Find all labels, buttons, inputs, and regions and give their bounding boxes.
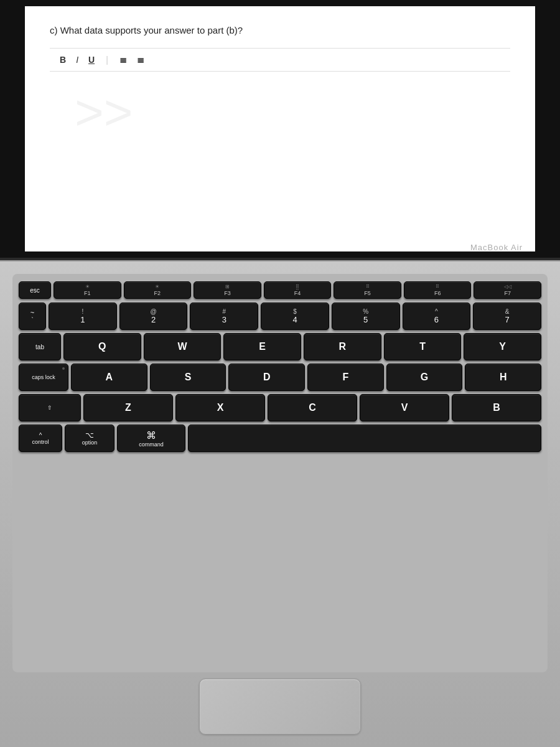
zxcv-row: ⇧ Z X C V B (19, 394, 541, 421)
key-3[interactable]: # 3 (190, 303, 258, 330)
f7-icon: ◁◁ (504, 284, 511, 289)
2-label: 2 (151, 316, 156, 324)
command-icon: ⌘ (146, 430, 156, 441)
function-row: esc ☀ F1 ☀ F2 ⊞ F3 ⣿ F4 (19, 281, 541, 299)
f5-icon: ⠿ (366, 284, 370, 289)
a-label: A (106, 372, 113, 383)
macbook-air-label: MacBook Air (470, 243, 523, 252)
key-a[interactable]: A (71, 364, 147, 391)
dollar-label: $ (293, 309, 297, 315)
f2-icon: ☀ (155, 284, 159, 289)
e-label: E (259, 341, 266, 352)
key-g[interactable]: G (386, 364, 463, 391)
key-r[interactable]: R (304, 333, 381, 360)
x-label: X (217, 402, 224, 413)
trackpad[interactable] (199, 679, 361, 735)
key-f6[interactable]: ⠿ F6 (404, 281, 472, 299)
key-shift-left[interactable]: ⇧ (19, 394, 81, 421)
key-q[interactable]: Q (63, 333, 141, 360)
f3-icon: ⊞ (225, 284, 230, 289)
shift-left-label: ⇧ (47, 405, 52, 411)
key-1[interactable]: ! 1 (49, 303, 117, 330)
key-y[interactable]: Y (464, 333, 541, 360)
f6-label: F6 (434, 290, 441, 296)
f6-icon: ⠿ (436, 284, 439, 289)
key-x[interactable]: X (175, 394, 265, 421)
key-tab[interactable]: tab (19, 333, 61, 360)
caps-lock-label: caps lock (32, 374, 55, 380)
key-2[interactable]: @ 2 (119, 303, 188, 330)
control-icon: ^ (39, 432, 42, 439)
key-f1[interactable]: ☀ F1 (54, 281, 121, 299)
at-label: @ (151, 309, 157, 315)
c-label: C (309, 402, 316, 413)
w-label: W (177, 341, 187, 352)
f4-label: F4 (294, 290, 301, 296)
screen-outer: c) What data supports your answer to par… (0, 0, 560, 261)
key-esc[interactable]: esc (19, 281, 51, 299)
watermark: >> (75, 84, 133, 141)
key-option[interactable]: ⌥ option (65, 425, 114, 452)
h-label: H (500, 372, 507, 383)
5-label: 5 (363, 316, 368, 324)
f2-label: F2 (154, 290, 161, 296)
key-e[interactable]: E (223, 333, 301, 360)
key-7[interactable]: & 7 (473, 303, 541, 330)
f1-label: F1 (84, 290, 91, 296)
key-space[interactable] (188, 425, 541, 452)
t-label: T (419, 341, 426, 352)
key-w[interactable]: W (144, 333, 222, 360)
hash-label: # (223, 309, 226, 315)
z-label: Z (125, 402, 131, 413)
screen-content: c) What data supports your answer to par… (25, 6, 535, 251)
6-label: 6 (434, 316, 439, 324)
option-icon: ⌥ (85, 431, 94, 439)
text-editor-area[interactable]: >> (50, 72, 510, 171)
esc-label: esc (30, 287, 40, 294)
tilde-label: ~ (30, 309, 34, 316)
command-label: command (139, 441, 164, 448)
key-f7[interactable]: ◁◁ F7 (474, 281, 541, 299)
keyboard-area: esc ☀ F1 ☀ F2 ⊞ F3 ⣿ F4 (12, 274, 548, 672)
key-f5[interactable]: ⠿ F5 (334, 281, 401, 299)
key-caps-lock[interactable]: caps lock (19, 364, 68, 391)
f3-label: F3 (224, 290, 231, 296)
key-f3[interactable]: ⊞ F3 (194, 281, 261, 299)
question-text: c) What data supports your answer to par… (50, 25, 510, 35)
key-control[interactable]: ^ control (19, 425, 62, 452)
key-b[interactable]: B (452, 394, 541, 421)
f4-icon: ⣿ (296, 284, 299, 289)
key-h[interactable]: H (465, 364, 541, 391)
qwerty-row: tab Q W E R T Y (19, 333, 541, 360)
key-c[interactable]: C (268, 394, 357, 421)
y-label: Y (499, 341, 506, 352)
7-label: 7 (505, 316, 510, 324)
v-label: V (401, 402, 408, 413)
f7-label: F7 (505, 290, 511, 296)
laptop-body: c) What data supports your answer to par… (0, 0, 560, 747)
divider-1: | (103, 54, 111, 66)
keyboard-chassis: esc ☀ F1 ☀ F2 ⊞ F3 ⣿ F4 (0, 260, 560, 747)
key-f[interactable]: F (307, 364, 384, 391)
ordered-list-button[interactable]: ≣ (117, 54, 129, 66)
key-4[interactable]: $ 4 (261, 303, 329, 330)
g-label: G (421, 372, 428, 383)
key-d[interactable]: D (228, 364, 305, 391)
underline-button[interactable]: U (86, 54, 97, 66)
key-s[interactable]: S (150, 364, 226, 391)
key-backtick[interactable]: ~ ` (19, 303, 46, 330)
key-t[interactable]: T (384, 333, 462, 360)
key-command[interactable]: ⌘ command (117, 425, 185, 452)
unordered-list-button[interactable]: ≣ (134, 54, 147, 66)
key-z[interactable]: Z (83, 394, 173, 421)
f1-icon: ☀ (85, 284, 90, 289)
bold-button[interactable]: B (57, 54, 68, 66)
key-f4[interactable]: ⣿ F4 (264, 281, 332, 299)
italic-button[interactable]: I (73, 54, 81, 66)
key-5[interactable]: % 5 (332, 303, 400, 330)
key-f2[interactable]: ☀ F2 (124, 281, 192, 299)
question-area: c) What data supports your answer to par… (25, 6, 535, 184)
key-6[interactable]: ^ 6 (403, 303, 471, 330)
asdf-row: caps lock A S D F G H (19, 364, 541, 391)
key-v[interactable]: V (360, 394, 449, 421)
